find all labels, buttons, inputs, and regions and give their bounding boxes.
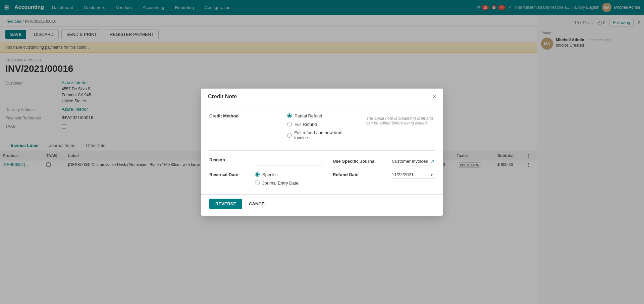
option-full-refund[interactable]: Full Refund <box>287 122 356 127</box>
modal-footer: REVERSE CANCEL <box>201 194 443 216</box>
credit-method-row: Credit Method Partial Refund Full Refund… <box>209 113 435 144</box>
reversal-date-label: Reversal Date <box>209 172 250 186</box>
journal-external-link[interactable]: ↗ <box>431 159 435 164</box>
modal-body: Credit Method Partial Refund Full Refund… <box>201 105 443 194</box>
right-fields: Use Specific Journal Customer Invoices ▼… <box>333 157 435 189</box>
journal-select[interactable]: Customer Invoices <box>392 157 428 165</box>
radio-full[interactable] <box>287 122 292 126</box>
credit-note-modal: Credit Note × Credit Method Partial Refu… <box>201 89 443 216</box>
journal-field-row: Use Specific Journal Customer Invoices ▼… <box>333 157 435 165</box>
option-full-new[interactable]: Full refund and new draft invoice <box>287 130 356 140</box>
modal-hint: The credit note is created in draft and … <box>366 115 435 125</box>
reversal-date-row: Reversal Date Specific Journal Entry Dat… <box>209 172 322 189</box>
radio-specific[interactable] <box>255 172 260 177</box>
refund-date-field-row: Refund Date 11/22/2021 ▼ <box>333 171 435 179</box>
reverse-button[interactable]: REVERSE <box>209 199 242 209</box>
second-row: Reason Reversal Date Specific <box>209 157 435 189</box>
reason-label: Reason <box>209 157 250 162</box>
modal-overlay: Credit Note × Credit Method Partial Refu… <box>0 0 644 304</box>
reason-input[interactable] <box>255 157 322 165</box>
cancel-button[interactable]: CANCEL <box>245 199 271 209</box>
modal-title: Credit Note <box>208 94 237 100</box>
refund-date-select[interactable]: 11/22/2021 <box>392 171 435 179</box>
journal-label: Use Specific Journal <box>333 159 386 164</box>
radio-journal-entry[interactable] <box>255 181 260 185</box>
option-journal-entry[interactable]: Journal Entry Date <box>255 181 299 186</box>
refund-date-label: Refund Date <box>333 172 386 177</box>
radio-full-new[interactable] <box>287 133 292 138</box>
radio-partial[interactable] <box>287 113 292 118</box>
option-partial-refund[interactable]: Partial Refund <box>287 113 356 118</box>
option-specific[interactable]: Specific <box>255 172 299 177</box>
reason-row: Reason <box>209 157 322 165</box>
modal-divider <box>209 150 435 151</box>
credit-method-label: Credit Method <box>209 113 276 118</box>
modal-close-button[interactable]: × <box>432 93 436 100</box>
modal-header: Credit Note × <box>201 89 443 105</box>
